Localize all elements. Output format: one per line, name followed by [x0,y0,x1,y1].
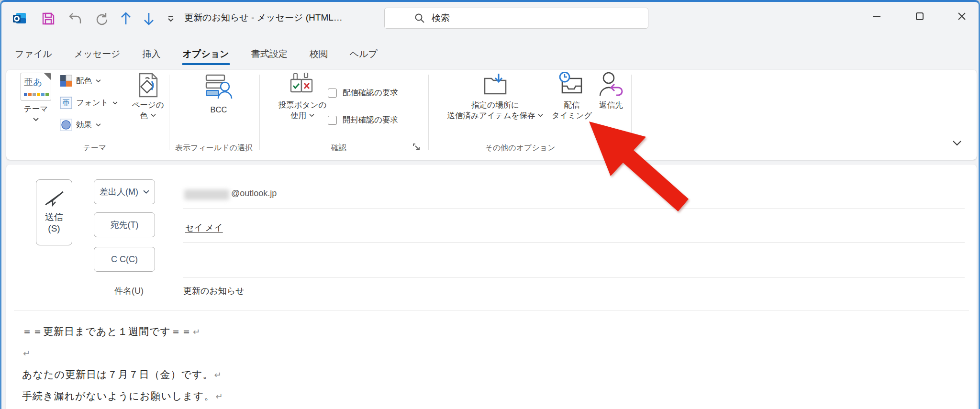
group-label-show-fields: 表示フィールドの選択 [171,143,257,153]
subject-input[interactable]: 更新のお知らせ [183,285,245,297]
sender-name-redacted [184,189,229,200]
theme-fonts-icon: 亜 [60,97,72,109]
chevron-down-icon [309,114,314,117]
theme-effects-button[interactable]: 効果 [60,117,101,133]
from-field-underline [183,209,965,209]
tab-options[interactable]: オプション [182,45,230,65]
collapse-ribbon-chevron-icon[interactable] [952,140,962,146]
compose-pane: 送信 (S) 差出人(M) @outlook.jp 宛先(T) セイ メイ C … [6,165,977,409]
delay-delivery-icon [558,72,585,97]
tab-insert[interactable]: 挿入 [142,45,162,65]
group-label-themes: テーマ [35,143,155,153]
return-mark: ↵ [23,349,31,358]
subject-label: 件名(U) [114,285,144,297]
close-button[interactable] [948,6,976,27]
outlook-app-icon [10,11,29,27]
page-color-button[interactable]: ページの 色 [127,73,169,121]
themes-button[interactable]: 亜あ テーマ [15,73,57,122]
body-line: 手続き漏れがないようにお願いします。↵ [22,389,958,404]
cc-field-underline [183,277,965,277]
group-separator [631,75,632,150]
outlook-message-window: 更新のお知らせ - メッセージ (HTML… 検索 ファイル メッセージ 挿入 … [0,0,980,409]
direct-replies-to-icon [598,72,624,97]
customize-qat-chevron-icon[interactable] [161,11,180,27]
title-bar: 更新のお知らせ - メッセージ (HTML… 検索 [1,2,979,31]
cc-button[interactable]: C C(C) [94,247,155,272]
search-icon [414,13,425,23]
from-button[interactable]: 差出人(M) [94,179,155,204]
read-receipt-checkbox[interactable]: 開封確認の要求 [328,114,398,126]
chevron-down-icon [143,190,149,194]
chevron-down-icon [538,114,543,117]
bcc-button[interactable]: BCC [192,74,245,115]
checkbox-icon [328,116,337,125]
voting-buttons-icon [290,73,315,98]
to-field-underline [183,243,965,243]
return-mark: ↵ [193,327,200,337]
search-input[interactable]: 検索 [384,8,648,29]
tab-file[interactable]: ファイル [14,45,53,65]
chevron-down-icon [151,114,156,117]
minimize-button[interactable] [863,6,891,27]
body-line: ↵ [22,346,958,361]
tab-help[interactable]: ヘルプ [349,45,379,65]
to-recipient[interactable]: セイ メイ [185,222,223,233]
maximize-button[interactable] [906,6,934,27]
body-line: ＝＝更新日まであと１週間です＝＝↵ [22,324,958,339]
move-up-icon[interactable] [116,11,135,27]
group-separator [428,75,429,150]
group-label-tracking: 確認 [291,143,387,153]
move-down-icon[interactable] [139,11,158,27]
tab-message[interactable]: メッセージ [73,45,122,65]
group-separator [169,75,169,150]
save-icon[interactable] [39,11,58,27]
body-line: あなたの更新日は７月７日（金）です。↵ [22,367,958,382]
checkbox-icon [328,88,337,98]
chevron-down-icon [33,118,39,122]
return-mark: ↵ [214,370,222,380]
voting-buttons-button[interactable]: 投票ボタンの 使用 [274,73,331,121]
chevron-down-icon [96,79,101,83]
tab-review[interactable]: 校閲 [309,45,329,65]
themes-icon: 亜あ [21,73,51,100]
save-sent-item-button[interactable]: 指定の場所に 送信済みアイテムを保存 [436,72,555,121]
group-label-more-options: その他のオプション [463,143,578,153]
window-title: 更新のお知らせ - メッセージ (HTML… [184,11,343,24]
group-separator [259,75,260,150]
send-button[interactable]: 送信 (S) [36,179,72,245]
search-placeholder: 検索 [432,12,450,24]
redo-icon[interactable] [92,11,111,27]
theme-fonts-button[interactable]: 亜 フォント [60,95,118,111]
page-color-icon [136,73,160,98]
send-icon [43,190,65,207]
return-mark: ↵ [215,392,223,401]
tracking-dialog-launcher[interactable] [412,143,421,152]
save-sent-folder-icon [483,72,508,97]
tab-format-text[interactable]: 書式設定 [250,45,289,65]
delivery-receipt-checkbox[interactable]: 配信確認の要求 [328,87,398,99]
bcc-icon [205,74,233,99]
theme-colors-icon [60,75,72,87]
chevron-down-icon [96,123,101,127]
ribbon: 亜あ テーマ 配色 亜 [6,70,977,160]
direct-replies-to-button[interactable]: 返信先 [593,72,629,110]
theme-colors-button[interactable]: 配色 [60,73,101,89]
message-body[interactable]: ＝＝更新日まであと１週間です＝＝↵ ↵ あなたの更新日は７月７日（金）です。↵ … [22,324,958,409]
to-button[interactable]: 宛先(T) [94,212,155,237]
delay-delivery-button[interactable]: 配信 タイミング [552,72,592,121]
ribbon-tab-row: ファイル メッセージ 挿入 オプション 書式設定 校閲 ヘルプ [1,31,979,70]
svg-text:亜: 亜 [62,99,70,107]
undo-icon[interactable] [66,11,85,27]
theme-effects-icon [60,119,72,131]
chevron-down-icon [112,101,118,105]
header-body-divider [14,310,969,310]
from-address: @outlook.jp [231,188,277,199]
